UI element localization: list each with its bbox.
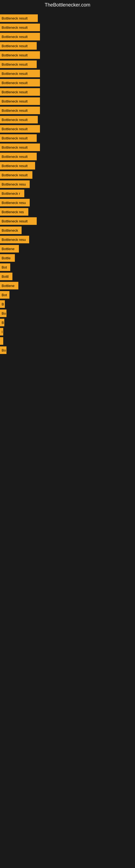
bar-row: Bottleneck res — [0, 208, 135, 216]
bottleneck-bar: Bottleneck result — [0, 125, 40, 133]
bar-row: Bo — [0, 346, 135, 354]
bar-row: Bottleneck result — [0, 134, 135, 142]
bar-row: Bottleneck result — [0, 51, 135, 59]
bottleneck-bar: Bottleneck resu — [0, 236, 29, 243]
bar-row: B — [0, 319, 135, 326]
bar-row: Bottleneck result — [0, 79, 135, 87]
bottleneck-bar: I — [0, 328, 3, 336]
bottleneck-bar — [0, 337, 3, 345]
bottleneck-bar: Bottleneck result — [0, 33, 40, 40]
bar-row: Bottleneck result — [0, 97, 135, 105]
bar-row: Bottleneck result — [0, 70, 135, 77]
bar-row: Bottlene — [0, 245, 135, 252]
bar-row: Bottleneck resu — [0, 236, 135, 243]
bottleneck-bar: Bottleneck result — [0, 171, 32, 179]
bar-row — [0, 337, 135, 345]
bar-row: Bottleneck result — [0, 33, 135, 40]
bar-row: Bottleneck — [0, 226, 135, 234]
bottleneck-bar: Bot — [0, 291, 9, 299]
bottleneck-bar: Bottle — [0, 254, 15, 262]
site-title: TheBottlenecker.com — [0, 0, 135, 10]
bottleneck-bar: Bottleneck result — [0, 24, 40, 31]
bottleneck-bar: Bottleneck result — [0, 106, 40, 114]
bottleneck-bar: Bo — [0, 346, 6, 354]
bottleneck-bar: Bottleneck result — [0, 51, 40, 59]
bar-row: Bottleneck result — [0, 144, 135, 151]
bars-container: Bottleneck resultBottleneck resultBottle… — [0, 10, 135, 358]
bottleneck-bar: Bottleneck result — [0, 42, 37, 50]
bottleneck-bar: Bottleneck — [0, 226, 21, 234]
bottleneck-bar: Bot — [0, 264, 10, 271]
bottleneck-bar: Bottleneck resu — [0, 180, 30, 188]
bottleneck-bar: Bottleneck result — [0, 217, 37, 225]
bar-row: Bottleneck result — [0, 125, 135, 133]
bottleneck-bar: Bottleneck result — [0, 116, 38, 123]
bottleneck-bar: Bottleneck result — [0, 162, 35, 169]
bar-row: Bottleneck result — [0, 153, 135, 160]
bar-row: Bottleneck r — [0, 190, 135, 197]
bar-row: B — [0, 300, 135, 308]
bar-row: Bottleneck result — [0, 116, 135, 123]
bar-row: Bottleneck result — [0, 61, 135, 68]
bar-row: Bot — [0, 264, 135, 271]
bar-row: Bottleneck result — [0, 171, 135, 179]
bar-row: Bot — [0, 291, 135, 299]
bottleneck-bar: Bottleneck result — [0, 134, 37, 142]
bottleneck-bar: Bottleneck result — [0, 153, 37, 160]
bottleneck-bar: Bottleneck r — [0, 190, 24, 197]
bar-row: Bottle — [0, 254, 135, 262]
bottleneck-bar: Bo — [0, 310, 6, 317]
bottleneck-bar: Bottlene — [0, 245, 19, 252]
bottleneck-bar: Bottleneck result — [0, 88, 40, 96]
bar-row: Bottleneck result — [0, 106, 135, 114]
bar-row: I — [0, 328, 135, 336]
bottleneck-bar: Bottleneck result — [0, 14, 38, 22]
bottleneck-bar: Bottleneck result — [0, 70, 40, 77]
bar-row: Bottleneck resu — [0, 199, 135, 207]
bar-row: Bottleneck result — [0, 162, 135, 169]
bottleneck-bar: Bottlene — [0, 282, 18, 289]
bar-row: Bottleneck result — [0, 42, 135, 50]
bar-row: Bottleneck result — [0, 88, 135, 96]
bottleneck-bar: Bottleneck resu — [0, 199, 30, 207]
bar-row: Bottleneck resu — [0, 180, 135, 188]
bar-row: Bottleneck result — [0, 14, 135, 22]
bottleneck-bar: B — [0, 319, 4, 326]
bar-row: Bo — [0, 310, 135, 317]
bar-row: Bottl — [0, 273, 135, 280]
bottleneck-bar: Bottl — [0, 273, 12, 280]
bar-row: Bottleneck result — [0, 217, 135, 225]
bar-row: Bottleneck result — [0, 24, 135, 31]
bottleneck-bar: Bottleneck result — [0, 97, 40, 105]
bottleneck-bar: Bottleneck result — [0, 79, 40, 87]
bottleneck-bar: B — [0, 300, 5, 308]
bar-row: Bottlene — [0, 282, 135, 289]
bottleneck-bar: Bottleneck result — [0, 144, 40, 151]
bottleneck-bar: Bottleneck res — [0, 208, 28, 216]
bottleneck-bar: Bottleneck result — [0, 61, 37, 68]
